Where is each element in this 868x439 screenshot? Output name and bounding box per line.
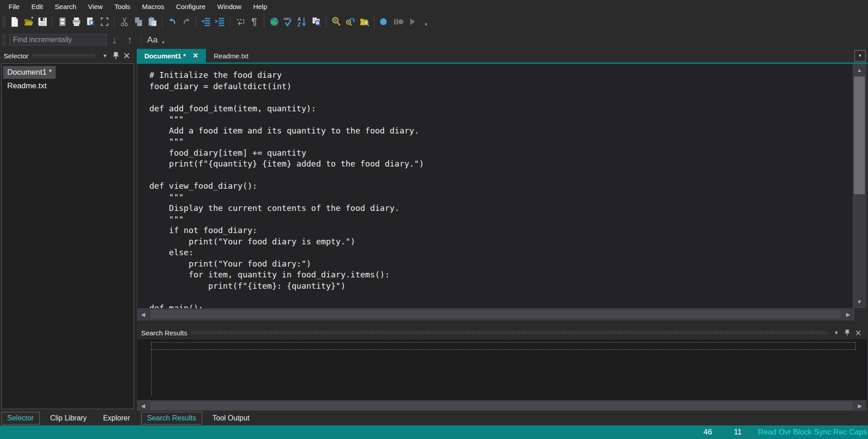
status-column-number: 11 [734, 428, 742, 437]
print-button[interactable] [69, 15, 83, 29]
tab-close-icon[interactable]: ✕ [193, 52, 199, 60]
horizontal-scrollbar[interactable]: ◀ ▶ [137, 400, 866, 411]
find-next-down-button[interactable]: ↓ [107, 34, 122, 46]
select-block-icon [99, 16, 110, 27]
scroll-left-arrow[interactable]: ◀ [137, 311, 149, 318]
horizontal-scrollbar[interactable]: ◀ ▶ [137, 308, 854, 320]
editor-zone: # Initialize the food diary food_diary =… [137, 64, 868, 308]
menu-item[interactable]: View [82, 1, 109, 12]
panel-collapse-button[interactable]: ▼ [831, 330, 842, 335]
pilcrow-icon: ¶ [251, 16, 257, 28]
toolbar-grip[interactable] [2, 16, 6, 28]
spell-check-icon: ABC [283, 16, 294, 27]
horizontal-scrollbar-thumb[interactable] [150, 310, 841, 319]
scroll-right-arrow[interactable]: ▶ [842, 311, 854, 318]
more-tools-button[interactable]: ▼ [419, 15, 433, 29]
status-bar: 46 11 Read Ovr Block Sync Rec Caps [0, 425, 868, 439]
print-manager-button[interactable] [55, 15, 69, 29]
findbar-separator [141, 34, 142, 45]
search-results-header: Search Results ▼ [137, 327, 868, 339]
menu-item[interactable]: Macros [136, 1, 170, 12]
findbar-grip[interactable] [2, 34, 6, 46]
panel-pin-button[interactable] [110, 52, 121, 59]
list-item[interactable]: Readme.txt [3, 80, 51, 92]
replace-button[interactable] [343, 15, 357, 29]
panel-splitter[interactable] [137, 320, 868, 327]
vertical-scrollbar-thumb[interactable] [854, 76, 865, 194]
panel-tab[interactable]: Explorer [97, 412, 136, 425]
panel-tab[interactable]: Clip Library [44, 412, 93, 425]
panel-close-button[interactable] [853, 330, 863, 335]
window-list-dropdown[interactable]: ▼ [854, 50, 866, 62]
indent-button[interactable] [213, 15, 227, 29]
scroll-left-arrow[interactable]: ◀ [137, 403, 149, 409]
scroll-down-arrow[interactable]: ▼ [853, 296, 866, 308]
panel-drag-handle[interactable] [191, 331, 827, 334]
undo-button[interactable] [165, 15, 179, 29]
svg-text:Z: Z [297, 22, 300, 27]
unindent-button[interactable] [199, 15, 213, 29]
menu-item[interactable]: File [3, 1, 25, 12]
panel-close-button[interactable] [121, 53, 132, 58]
scroll-up-arrow[interactable]: ▲ [853, 64, 866, 76]
panel-pin-button[interactable] [842, 329, 853, 336]
copy-button[interactable] [131, 15, 145, 29]
redo-button[interactable] [179, 15, 193, 29]
print-preview-button[interactable] [83, 15, 97, 29]
new-file-button[interactable] [7, 15, 21, 29]
toolbar-separator [230, 16, 230, 28]
search-input[interactable] [9, 34, 107, 46]
list-item[interactable]: Document1 * [3, 66, 56, 79]
compare-files-icon [311, 16, 322, 27]
find-options-dropdown[interactable]: ▼ [159, 40, 165, 45]
code-text[interactable]: # Initialize the food diary food_diary =… [137, 64, 853, 308]
match-case-button[interactable]: Aa [145, 35, 159, 45]
word-wrap-button[interactable] [233, 15, 247, 29]
search-results-content[interactable] [137, 339, 868, 400]
menu-item[interactable]: Help [247, 1, 273, 12]
scroll-right-arrow[interactable]: ▶ [854, 403, 866, 409]
menu-item[interactable]: Configure [170, 1, 211, 12]
panel-tab[interactable]: Tool Output [207, 412, 256, 425]
menu-item[interactable]: Edit [25, 1, 49, 12]
status-mode-indicators: Read Ovr Block Sync Rec Caps [758, 428, 867, 437]
chevron-down-icon: ▼ [424, 22, 428, 27]
panel-collapse-button[interactable]: ▼ [100, 53, 110, 58]
scrollbar-corner [854, 308, 866, 320]
save-button[interactable] [35, 15, 49, 29]
select-block-button[interactable] [97, 15, 111, 29]
find-prev-up-button[interactable]: ↑ [122, 34, 138, 46]
selector-panel-title: Selector [4, 52, 29, 60]
document-tab[interactable]: Readme.txt ✕ [206, 49, 256, 62]
paste-button[interactable] [145, 15, 159, 29]
selector-file-list: Document1 *Readme.txt [1, 63, 134, 409]
menu-item[interactable]: Tools [109, 1, 136, 12]
menu-item[interactable]: Search [49, 1, 82, 12]
play-icon [407, 16, 418, 27]
vertical-scrollbar[interactable]: ▲ ▼ [853, 64, 866, 308]
open-file-button[interactable] [21, 15, 35, 29]
html-preview-button[interactable] [267, 15, 281, 29]
panel-drag-handle[interactable] [32, 54, 96, 57]
find-button[interactable] [329, 15, 343, 29]
spell-check-button[interactable]: ABC [281, 15, 295, 29]
formatting-marks-button[interactable]: ¶ [247, 15, 261, 29]
compare-files-button[interactable] [309, 15, 323, 29]
code-editor[interactable]: # Initialize the food diary food_diary =… [137, 64, 853, 308]
sort-button[interactable]: AZ [295, 15, 309, 29]
record-macro-button[interactable] [377, 15, 391, 29]
vertical-scrollbar-track[interactable] [853, 194, 866, 296]
unindent-icon [201, 16, 212, 27]
panel-tab[interactable]: Selector [1, 412, 40, 425]
horizontal-scrollbar-thumb[interactable] [150, 401, 853, 410]
sort-az-icon: AZ [297, 16, 308, 27]
open-folder-icon [23, 16, 34, 27]
app-window: FileEditSearchViewToolsMacrosConfigureWi… [0, 0, 868, 439]
cut-button[interactable] [117, 15, 131, 29]
document-tab[interactable]: Document1 * ✕ [137, 49, 206, 62]
menu-item[interactable]: Window [211, 1, 247, 12]
panel-tab[interactable]: Search Results [141, 412, 202, 425]
find-in-files-button[interactable] [357, 15, 371, 29]
play-macro-button[interactable] [405, 15, 419, 29]
pause-macro-button[interactable] [391, 15, 405, 29]
